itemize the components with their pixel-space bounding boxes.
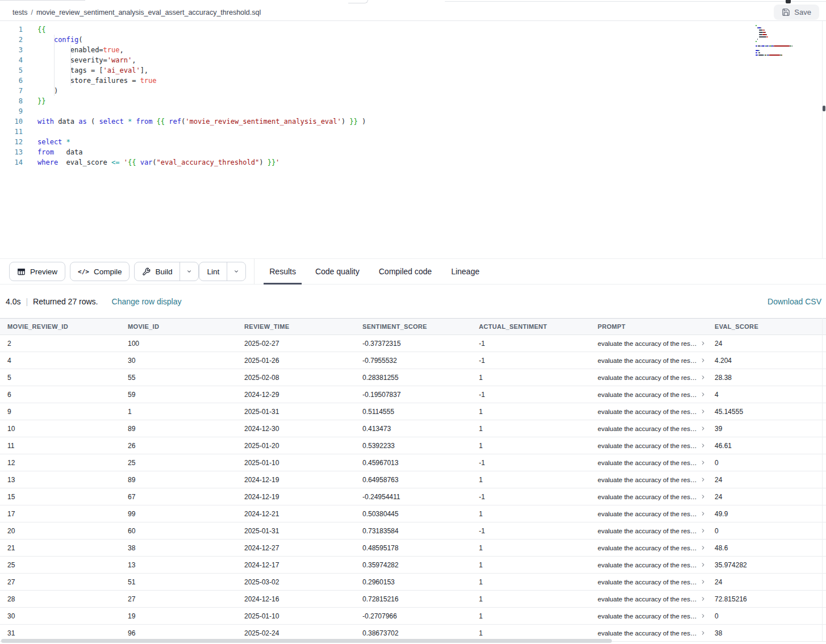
chevron-right-icon[interactable] [700, 630, 706, 635]
tab-strip-dark-icon [786, 0, 791, 3]
cell-movie-review-id: 5 [0, 374, 120, 382]
breadcrumb-bar: tests / movie_review_sentiment_analysis_… [0, 4, 826, 21]
cell-movie-id: 13 [120, 561, 237, 569]
tab-compiled-code[interactable]: Compiled code [372, 258, 439, 285]
cell-prompt: evaluate the accuracy of the res… [590, 476, 707, 483]
chevron-right-icon[interactable] [700, 443, 706, 448]
minimap-line [756, 43, 795, 44]
cell-movie-id: 67 [120, 493, 237, 501]
table-row: 912025-01-310.51145551evaluate the accur… [0, 403, 826, 420]
minimap[interactable] [756, 25, 795, 57]
prompt-text: evaluate the accuracy of the res… [598, 613, 697, 620]
table-row: 15672024-12-19-0.24954411-1evaluate the … [0, 488, 826, 505]
cell-prompt: evaluate the accuracy of the res… [590, 357, 707, 364]
lint-button[interactable]: Lint [199, 262, 227, 281]
tab-lineage[interactable]: Lineage [444, 258, 486, 285]
chevron-right-icon[interactable] [700, 477, 706, 482]
prompt-text: evaluate the accuracy of the res… [598, 596, 697, 603]
build-dropdown-button[interactable] [180, 262, 198, 281]
cell-prompt: evaluate the accuracy of the res… [590, 425, 707, 432]
code-text: tags = ['ai_eval'], [23, 65, 148, 76]
tab-results[interactable]: Results [262, 258, 303, 285]
chevron-right-icon[interactable] [700, 545, 706, 550]
save-button[interactable]: Save [774, 5, 819, 20]
chevron-right-icon[interactable] [700, 426, 706, 431]
chevron-right-icon[interactable] [700, 358, 706, 363]
chevron-right-icon[interactable] [700, 460, 706, 465]
line-number: 11 [0, 127, 23, 137]
chevron-right-icon[interactable] [700, 494, 706, 499]
compile-button[interactable]: </> Compile [70, 262, 130, 281]
minimap-line [756, 52, 795, 53]
cell-movie-id: 26 [120, 442, 237, 450]
chevron-right-icon[interactable] [700, 528, 706, 533]
cell-sentiment-score: 0.28381255 [355, 374, 472, 382]
column-header: MOVIE_REVIEW_ID [0, 323, 120, 330]
cell-review-time: 2025-01-10 [237, 612, 355, 620]
compile-button-label: Compile [94, 267, 122, 276]
code-text: severity='warn', [23, 55, 136, 65]
change-row-display-link[interactable]: Change row display [112, 297, 182, 306]
cell-eval-score: 0 [707, 459, 826, 467]
chevron-right-icon[interactable] [700, 375, 706, 380]
build-button[interactable]: Build [135, 262, 180, 281]
cell-movie-review-id: 20 [0, 527, 120, 535]
horizontal-scrollbar[interactable] [1, 639, 612, 643]
prompt-text: evaluate the accuracy of the res… [598, 374, 697, 381]
breadcrumb-folder[interactable]: tests [12, 9, 27, 16]
cell-actual-sentiment: -1 [472, 459, 590, 467]
code-text [23, 106, 37, 116]
prompt-text: evaluate the accuracy of the res… [598, 528, 697, 534]
indent-guide [70, 45, 71, 86]
table-row: 4302025-01-26-0.7955532-1evaluate the ac… [0, 352, 826, 369]
cell-review-time: 2024-12-27 [237, 544, 355, 552]
cell-review-time: 2024-12-21 [237, 510, 355, 518]
cell-actual-sentiment: 1 [472, 629, 590, 637]
lint-dropdown-button[interactable] [227, 262, 245, 281]
chevron-right-icon[interactable] [700, 511, 706, 516]
prompt-text: evaluate the accuracy of the res… [598, 545, 697, 551]
prompt-text: evaluate the accuracy of the res… [598, 408, 697, 415]
minimap-line [756, 30, 795, 31]
cell-movie-review-id: 10 [0, 425, 120, 433]
column-header: ACTUAL_SENTIMENT [472, 323, 590, 330]
cell-prompt: evaluate the accuracy of the res… [590, 562, 707, 568]
minimap-line [756, 39, 795, 40]
cell-sentiment-score: -0.2707966 [355, 612, 472, 620]
download-csv-link[interactable]: Download CSV [767, 297, 821, 306]
table-row: 27512025-03-020.29601531evaluate the acc… [0, 574, 826, 591]
chevron-right-icon[interactable] [700, 341, 706, 346]
code-text: store_failures = true [23, 76, 157, 86]
tab-code-quality[interactable]: Code quality [308, 258, 366, 285]
cell-review-time: 2024-12-16 [237, 595, 355, 603]
wrench-icon [142, 267, 151, 276]
prompt-text: evaluate the accuracy of the res… [598, 476, 697, 483]
cell-review-time: 2025-02-24 [237, 629, 355, 637]
cell-movie-id: 96 [120, 629, 237, 637]
line-number: 5 [0, 65, 23, 76]
cell-sentiment-score: 0.5114555 [355, 408, 472, 416]
chevron-right-icon[interactable] [700, 562, 706, 567]
table-row: 21002025-02-27-0.37372315-1evaluate the … [0, 335, 826, 352]
code-text: select * [23, 137, 70, 147]
cell-sentiment-score: -0.7955532 [355, 357, 472, 365]
cell-actual-sentiment: 1 [472, 408, 590, 416]
chevron-right-icon[interactable] [700, 579, 706, 584]
cell-movie-review-id: 25 [0, 561, 120, 569]
prompt-text: evaluate the accuracy of the res… [598, 630, 697, 637]
line-number: 6 [0, 76, 23, 86]
chevron-right-icon[interactable] [700, 613, 706, 618]
cell-eval-score: 38 [707, 629, 826, 637]
chevron-right-icon[interactable] [700, 392, 706, 397]
cell-review-time: 2024-12-19 [237, 493, 355, 501]
code-editor[interactable]: 1{{2 config(3 enabled=true,4 severity='w… [0, 21, 826, 258]
code-line: 12select * [0, 137, 826, 147]
tab-edge [348, 0, 368, 3]
preview-button[interactable]: Preview [9, 262, 65, 281]
code-line: 8}} [0, 96, 826, 106]
cell-movie-id: 59 [120, 391, 237, 399]
chevron-right-icon[interactable] [700, 409, 706, 414]
chevron-right-icon[interactable] [700, 596, 706, 601]
cell-sentiment-score: 0.45967013 [355, 459, 472, 467]
editor-scrollbar-thumb[interactable] [823, 106, 825, 111]
